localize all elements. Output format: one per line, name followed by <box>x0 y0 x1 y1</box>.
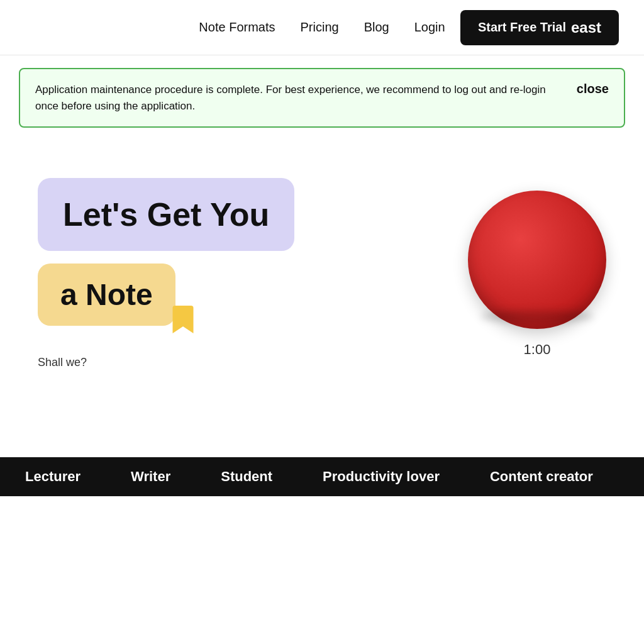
headline-line1: Let's Get You <box>63 196 269 233</box>
alert-banner: Application maintenance procedure is com… <box>19 68 625 128</box>
timer-display: 1:00 <box>524 341 551 358</box>
headline-line2: a Note <box>60 278 153 311</box>
tomato-timer-circle[interactable] <box>468 191 606 329</box>
cta-label: Start Free Trial <box>478 20 566 35</box>
hero-subtitle: Shall we? <box>38 356 418 369</box>
hero-section: Let's Get You a Note Shall we? 1:00 <box>0 140 644 394</box>
bookmark-icon <box>172 306 194 333</box>
nav-login[interactable]: Login <box>414 20 445 35</box>
spacer <box>0 496 644 572</box>
navbar: Note Formats Pricing Blog Login Start Fr… <box>0 0 644 55</box>
timer-section: 1:00 <box>468 178 606 358</box>
alert-close-button[interactable]: close <box>577 82 609 96</box>
headline-box-1: Let's Get You <box>38 178 294 251</box>
marquee-inner: Lecturer Writer Student Productivity lov… <box>0 469 644 485</box>
nav-blog[interactable]: Blog <box>364 20 389 35</box>
list-item: Lecturer <box>0 469 106 485</box>
nav-pricing[interactable]: Pricing <box>301 20 339 35</box>
alert-message: Application maintenance procedure is com… <box>35 82 551 114</box>
headline-box-2-wrap: a Note <box>38 264 175 326</box>
list-item: Productivity lover <box>297 469 465 485</box>
east-icon: east <box>571 19 601 36</box>
headline-box-2: a Note <box>38 264 175 326</box>
list-item: Writer <box>106 469 196 485</box>
start-free-trial-button[interactable]: Start Free Trial east <box>460 10 619 45</box>
nav-note-formats[interactable]: Note Formats <box>199 20 275 35</box>
hero-text: Let's Get You a Note Shall we? <box>38 178 418 369</box>
marquee-strip: Lecturer Writer Student Productivity lov… <box>0 457 644 496</box>
nav-links: Note Formats Pricing Blog Login <box>199 20 445 35</box>
list-item: Content creator <box>465 469 618 485</box>
list-item: Lecturer <box>618 469 644 485</box>
list-item: Student <box>196 469 297 485</box>
